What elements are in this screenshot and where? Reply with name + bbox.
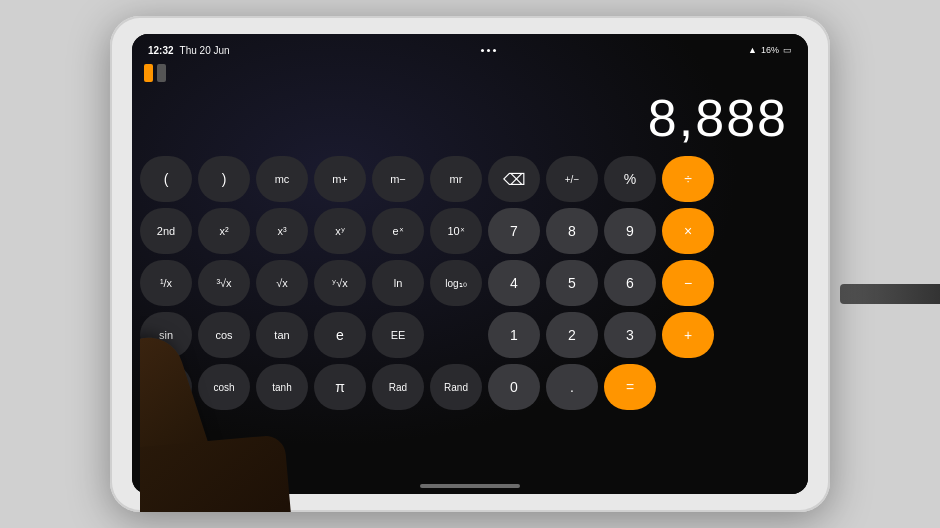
status-center [481, 49, 496, 52]
dot1 [481, 49, 484, 52]
btn-cosh[interactable]: cosh [198, 364, 250, 410]
btn-yrootx[interactable]: ʸ√x [314, 260, 366, 306]
btn-5[interactable]: 5 [546, 260, 598, 306]
btn-1[interactable]: 1 [488, 312, 540, 358]
btn-multiply[interactable]: × [662, 208, 714, 254]
btn-mc[interactable]: mc [256, 156, 308, 202]
btn-3[interactable]: 3 [604, 312, 656, 358]
btn-rad[interactable]: Rad [372, 364, 424, 410]
battery-icon: ▭ [783, 45, 792, 55]
btn-e[interactable]: e [314, 312, 366, 358]
btn-6[interactable]: 6 [604, 260, 656, 306]
btn-tan[interactable]: tan [256, 312, 308, 358]
btn-x3[interactable]: x³ [256, 208, 308, 254]
btn-10x[interactable]: 10ˣ [430, 208, 482, 254]
ipad-screen: 12:32 Thu 20 Jun ▲ 16% ▭ [132, 34, 808, 494]
home-indicator [420, 484, 520, 488]
btn-equals[interactable]: = [604, 364, 656, 410]
calc-display: 8,888 [140, 84, 800, 156]
btn-mr[interactable]: mr [430, 156, 482, 202]
btn-2[interactable]: 2 [546, 312, 598, 358]
btn-decimal[interactable]: . [546, 364, 598, 410]
desk-surface: 12:32 Thu 20 Jun ▲ 16% ▭ [0, 0, 940, 528]
ipad-body: 12:32 Thu 20 Jun ▲ 16% ▭ [110, 16, 830, 512]
btn-percent[interactable]: % [604, 156, 656, 202]
btn-rand[interactable]: Rand [430, 364, 482, 410]
usb-cable [840, 284, 940, 304]
calc-row-3: ¹/x ³√x √x ʸ√x ln log₁₀ 4 5 6 − [140, 260, 800, 306]
btn-cos[interactable]: cos [198, 312, 250, 358]
btn-pi[interactable]: π [314, 364, 366, 410]
status-left: 12:32 Thu 20 Jun [148, 45, 230, 56]
btn-add[interactable]: + [662, 312, 714, 358]
battery-text: 16% [761, 45, 779, 55]
status-date: Thu 20 Jun [180, 45, 230, 56]
btn-ln[interactable]: ln [372, 260, 424, 306]
dot3 [493, 49, 496, 52]
sidebar-icon-area[interactable] [132, 62, 808, 84]
btn-9[interactable]: 9 [604, 208, 656, 254]
calc-row-2: 2nd x² x³ xʸ eˣ 10ˣ 7 8 9 × [140, 208, 800, 254]
sidebar-left [144, 64, 153, 82]
btn-plus-minus[interactable]: +/− [546, 156, 598, 202]
wifi-icon: ▲ [748, 45, 757, 55]
btn-log10[interactable]: log₁₀ [430, 260, 482, 306]
btn-cbrtx[interactable]: ³√x [198, 260, 250, 306]
calc-row-1: ( ) mc m+ m− mr ⌫ +/− % ÷ [140, 156, 800, 202]
btn-subtract[interactable]: − [662, 260, 714, 306]
dot2 [487, 49, 490, 52]
btn-1overx[interactable]: ¹/x [140, 260, 192, 306]
status-bar: 12:32 Thu 20 Jun ▲ 16% ▭ [132, 34, 808, 62]
btn-7[interactable]: 7 [488, 208, 540, 254]
btn-2nd[interactable]: 2nd [140, 208, 192, 254]
btn-backspace[interactable]: ⌫ [488, 156, 540, 202]
btn-8[interactable]: 8 [546, 208, 598, 254]
display-value: 8,888 [648, 89, 788, 147]
btn-mminus[interactable]: m− [372, 156, 424, 202]
btn-sqrtx[interactable]: √x [256, 260, 308, 306]
sidebar-toggle-icon[interactable] [144, 64, 166, 82]
btn-xy[interactable]: xʸ [314, 208, 366, 254]
btn-ex[interactable]: eˣ [372, 208, 424, 254]
sidebar-right [157, 64, 166, 82]
btn-4[interactable]: 4 [488, 260, 540, 306]
calculator-area: 8,888 ( ) mc m+ m− mr ⌫ +/− % [132, 84, 808, 494]
btn-sin[interactable]: sin [140, 312, 192, 358]
btn-open-paren[interactable]: ( [140, 156, 192, 202]
btn-x2[interactable]: x² [198, 208, 250, 254]
calc-buttons: ( ) mc m+ m− mr ⌫ +/− % ÷ 2nd x² [140, 156, 800, 490]
calc-row-5: sinh cosh tanh π Rad Rand 0 . = [140, 364, 800, 410]
btn-divide[interactable]: ÷ [662, 156, 714, 202]
btn-ee[interactable]: EE [372, 312, 424, 358]
btn-tanh[interactable]: tanh [256, 364, 308, 410]
status-right: ▲ 16% ▭ [748, 45, 792, 55]
btn-0[interactable]: 0 [488, 364, 540, 410]
calc-row-4: sin cos tan e EE 1 2 3 + [140, 312, 800, 358]
btn-mplus[interactable]: m+ [314, 156, 366, 202]
btn-sinh[interactable]: sinh [140, 364, 192, 410]
btn-close-paren[interactable]: ) [198, 156, 250, 202]
status-time: 12:32 [148, 45, 174, 56]
